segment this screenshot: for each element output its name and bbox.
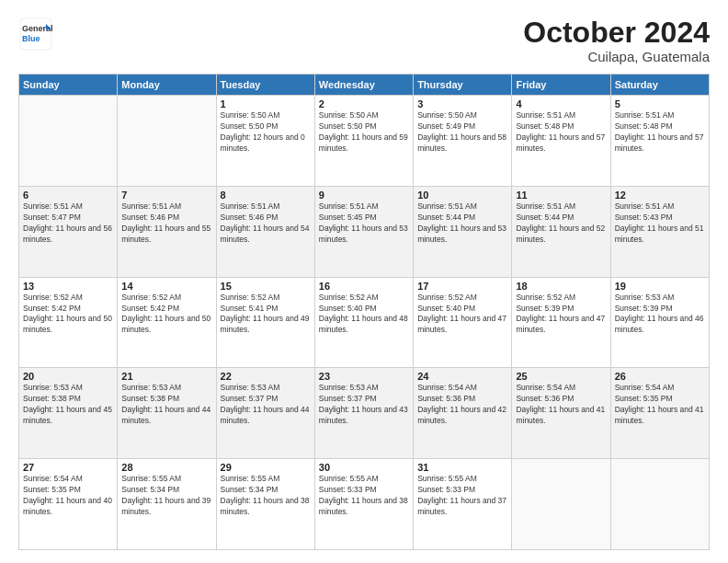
calendar-day-cell: 12Sunrise: 5:51 AMSunset: 5:43 PMDayligh… <box>610 186 709 277</box>
day-info: Sunrise: 5:53 AMSunset: 5:37 PMDaylight:… <box>221 383 311 427</box>
day-number: 7 <box>121 190 211 201</box>
calendar: SundayMondayTuesdayWednesdayThursdayFrid… <box>18 74 710 550</box>
header: General Blue October 2024 Cuilapa, Guate… <box>18 17 710 64</box>
day-info: Sunrise: 5:51 AMSunset: 5:48 PMDaylight:… <box>516 110 606 155</box>
day-number: 31 <box>417 462 507 473</box>
day-info: Sunrise: 5:54 AMSunset: 5:35 PMDaylight:… <box>615 383 705 427</box>
calendar-day-cell: 3Sunrise: 5:50 AMSunset: 5:49 PMDaylight… <box>414 96 512 187</box>
day-info: Sunrise: 5:51 AMSunset: 5:47 PMDaylight:… <box>23 201 113 246</box>
svg-text:Blue: Blue <box>22 34 40 43</box>
day-number: 13 <box>23 281 113 292</box>
calendar-day-cell <box>512 459 610 550</box>
day-number: 5 <box>615 98 705 109</box>
day-info: Sunrise: 5:55 AMSunset: 5:34 PMDaylight:… <box>121 474 211 518</box>
calendar-week-row: 6Sunrise: 5:51 AMSunset: 5:47 PMDaylight… <box>19 186 710 277</box>
day-number: 25 <box>516 371 606 382</box>
calendar-day-cell: 20Sunrise: 5:53 AMSunset: 5:38 PMDayligh… <box>19 368 118 459</box>
calendar-day-cell: 1Sunrise: 5:50 AMSunset: 5:50 PMDaylight… <box>216 96 314 187</box>
day-number: 18 <box>516 281 606 292</box>
calendar-day-cell: 13Sunrise: 5:52 AMSunset: 5:42 PMDayligh… <box>19 277 118 368</box>
day-number: 30 <box>319 462 409 473</box>
day-info: Sunrise: 5:54 AMSunset: 5:36 PMDaylight:… <box>417 383 507 427</box>
day-info: Sunrise: 5:51 AMSunset: 5:44 PMDaylight:… <box>417 201 507 246</box>
calendar-day-cell: 23Sunrise: 5:53 AMSunset: 5:37 PMDayligh… <box>314 368 413 459</box>
calendar-day-cell: 31Sunrise: 5:55 AMSunset: 5:33 PMDayligh… <box>414 459 512 550</box>
day-number: 8 <box>221 190 311 201</box>
day-info: Sunrise: 5:53 AMSunset: 5:38 PMDaylight:… <box>121 383 211 427</box>
weekday-header: Tuesday <box>216 75 314 96</box>
calendar-day-cell: 26Sunrise: 5:54 AMSunset: 5:35 PMDayligh… <box>610 368 709 459</box>
day-info: Sunrise: 5:52 AMSunset: 5:42 PMDaylight:… <box>23 293 113 337</box>
day-number: 1 <box>221 98 311 109</box>
day-info: Sunrise: 5:51 AMSunset: 5:46 PMDaylight:… <box>221 201 311 246</box>
calendar-day-cell <box>610 459 709 550</box>
day-info: Sunrise: 5:51 AMSunset: 5:45 PMDaylight:… <box>319 201 409 246</box>
weekday-header: Friday <box>512 75 610 96</box>
day-number: 23 <box>319 371 409 382</box>
weekday-header: Monday <box>118 75 216 96</box>
day-info: Sunrise: 5:55 AMSunset: 5:34 PMDaylight:… <box>221 474 311 518</box>
calendar-day-cell: 18Sunrise: 5:52 AMSunset: 5:39 PMDayligh… <box>512 277 610 368</box>
weekday-header: Sunday <box>19 75 118 96</box>
day-number: 12 <box>615 190 705 201</box>
calendar-day-cell: 2Sunrise: 5:50 AMSunset: 5:50 PMDaylight… <box>314 96 413 187</box>
location: Cuilapa, Guatemala <box>523 49 710 64</box>
day-number: 28 <box>121 462 211 473</box>
day-info: Sunrise: 5:53 AMSunset: 5:38 PMDaylight:… <box>23 383 113 427</box>
calendar-day-cell: 17Sunrise: 5:52 AMSunset: 5:40 PMDayligh… <box>414 277 512 368</box>
calendar-day-cell: 11Sunrise: 5:51 AMSunset: 5:44 PMDayligh… <box>512 186 610 277</box>
day-info: Sunrise: 5:52 AMSunset: 5:41 PMDaylight:… <box>221 293 311 337</box>
day-number: 22 <box>221 371 311 382</box>
day-info: Sunrise: 5:51 AMSunset: 5:44 PMDaylight:… <box>516 201 606 246</box>
day-number: 20 <box>23 371 113 382</box>
day-number: 3 <box>417 98 507 109</box>
day-info: Sunrise: 5:50 AMSunset: 5:50 PMDaylight:… <box>221 110 311 155</box>
day-number: 15 <box>221 281 311 292</box>
calendar-day-cell: 28Sunrise: 5:55 AMSunset: 5:34 PMDayligh… <box>118 459 216 550</box>
calendar-day-cell: 29Sunrise: 5:55 AMSunset: 5:34 PMDayligh… <box>216 459 314 550</box>
weekday-header: Thursday <box>414 75 512 96</box>
day-info: Sunrise: 5:52 AMSunset: 5:40 PMDaylight:… <box>417 293 507 337</box>
day-number: 29 <box>221 462 311 473</box>
weekday-header-row: SundayMondayTuesdayWednesdayThursdayFrid… <box>19 75 710 96</box>
day-info: Sunrise: 5:54 AMSunset: 5:36 PMDaylight:… <box>516 383 606 427</box>
day-info: Sunrise: 5:52 AMSunset: 5:39 PMDaylight:… <box>516 293 606 337</box>
day-info: Sunrise: 5:53 AMSunset: 5:37 PMDaylight:… <box>319 383 409 427</box>
title-block: October 2024 Cuilapa, Guatemala <box>523 17 710 64</box>
day-number: 4 <box>516 98 606 109</box>
calendar-day-cell: 8Sunrise: 5:51 AMSunset: 5:46 PMDaylight… <box>216 186 314 277</box>
calendar-week-row: 20Sunrise: 5:53 AMSunset: 5:38 PMDayligh… <box>19 368 710 459</box>
day-info: Sunrise: 5:55 AMSunset: 5:33 PMDaylight:… <box>417 474 507 518</box>
calendar-day-cell: 24Sunrise: 5:54 AMSunset: 5:36 PMDayligh… <box>414 368 512 459</box>
day-number: 2 <box>319 98 409 109</box>
day-info: Sunrise: 5:52 AMSunset: 5:42 PMDaylight:… <box>121 293 211 337</box>
calendar-week-row: 13Sunrise: 5:52 AMSunset: 5:42 PMDayligh… <box>19 277 710 368</box>
day-info: Sunrise: 5:55 AMSunset: 5:33 PMDaylight:… <box>319 474 409 518</box>
day-info: Sunrise: 5:51 AMSunset: 5:46 PMDaylight:… <box>121 201 211 246</box>
day-number: 17 <box>417 281 507 292</box>
calendar-day-cell: 19Sunrise: 5:53 AMSunset: 5:39 PMDayligh… <box>610 277 709 368</box>
day-number: 21 <box>121 371 211 382</box>
calendar-day-cell: 16Sunrise: 5:52 AMSunset: 5:40 PMDayligh… <box>314 277 413 368</box>
calendar-day-cell: 10Sunrise: 5:51 AMSunset: 5:44 PMDayligh… <box>414 186 512 277</box>
day-info: Sunrise: 5:50 AMSunset: 5:50 PMDaylight:… <box>319 110 409 155</box>
day-number: 6 <box>23 190 113 201</box>
day-info: Sunrise: 5:53 AMSunset: 5:39 PMDaylight:… <box>615 293 705 337</box>
day-number: 14 <box>121 281 211 292</box>
calendar-day-cell: 21Sunrise: 5:53 AMSunset: 5:38 PMDayligh… <box>118 368 216 459</box>
day-info: Sunrise: 5:50 AMSunset: 5:49 PMDaylight:… <box>417 110 507 155</box>
day-number: 19 <box>615 281 705 292</box>
calendar-day-cell: 7Sunrise: 5:51 AMSunset: 5:46 PMDaylight… <box>118 186 216 277</box>
day-number: 10 <box>417 190 507 201</box>
calendar-day-cell <box>118 96 216 187</box>
page: General Blue October 2024 Cuilapa, Guate… <box>0 0 728 563</box>
day-info: Sunrise: 5:52 AMSunset: 5:40 PMDaylight:… <box>319 293 409 337</box>
calendar-day-cell: 22Sunrise: 5:53 AMSunset: 5:37 PMDayligh… <box>216 368 314 459</box>
month-title: October 2024 <box>523 17 710 49</box>
day-info: Sunrise: 5:54 AMSunset: 5:35 PMDaylight:… <box>23 474 113 518</box>
calendar-week-row: 1Sunrise: 5:50 AMSunset: 5:50 PMDaylight… <box>19 96 710 187</box>
logo-icon: General Blue <box>18 17 53 52</box>
calendar-day-cell: 15Sunrise: 5:52 AMSunset: 5:41 PMDayligh… <box>216 277 314 368</box>
day-number: 9 <box>319 190 409 201</box>
calendar-day-cell: 14Sunrise: 5:52 AMSunset: 5:42 PMDayligh… <box>118 277 216 368</box>
